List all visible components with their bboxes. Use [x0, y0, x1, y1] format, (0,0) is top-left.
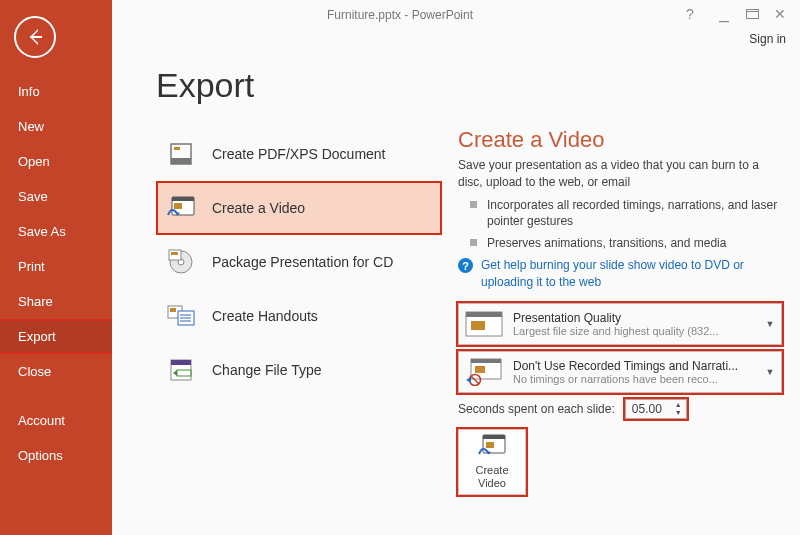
export-options-list: Create PDF/XPS Document Create a Video P… — [156, 127, 442, 495]
window-title: Furniture.pptx - PowerPoint — [327, 8, 473, 22]
backstage-sidebar: Info New Open Save Save As Print Share E… — [0, 0, 112, 535]
chevron-down-icon: ▼ — [765, 319, 775, 329]
bullet-row: Incorporates all recorded timings, narra… — [458, 197, 782, 229]
spinner-arrows-icon: ▲▼ — [675, 400, 685, 418]
close-icon[interactable]: ✕ — [770, 6, 790, 22]
sign-in-link[interactable]: Sign in — [749, 32, 786, 46]
option-label: Create a Video — [212, 200, 305, 216]
timings-title: Don't Use Recorded Timings and Narrati..… — [513, 359, 765, 373]
svg-rect-15 — [170, 308, 176, 312]
sidebar-item-save[interactable]: Save — [0, 179, 112, 214]
svg-rect-21 — [171, 360, 191, 365]
sidebar-item-new[interactable]: New — [0, 109, 112, 144]
option-label: Create PDF/XPS Document — [212, 146, 386, 162]
sidebar-item-info[interactable]: Info — [0, 74, 112, 109]
option-label: Package Presentation for CD — [212, 254, 393, 270]
option-create-pdf-xps[interactable]: Create PDF/XPS Document — [156, 127, 442, 181]
bullet-row: Preserves animations, transitions, and m… — [458, 235, 782, 251]
restore-icon[interactable] — [742, 6, 762, 22]
option-create-handouts[interactable]: Create Handouts — [156, 289, 442, 343]
quality-subtitle: Largest file size and highest quality (8… — [513, 325, 765, 337]
svg-rect-25 — [466, 312, 502, 317]
help-icon[interactable]: ? — [680, 6, 700, 22]
timings-thumb-icon — [465, 358, 503, 386]
quality-thumb-icon — [465, 310, 503, 338]
timings-selector[interactable]: Don't Use Recorded Timings and Narrati..… — [458, 351, 782, 393]
bullet-icon — [470, 239, 477, 246]
option-label: Change File Type — [212, 362, 321, 378]
timings-subtitle: No timings or narrations have been reco.… — [513, 373, 765, 385]
chevron-down-icon: ▼ — [765, 367, 775, 377]
svg-rect-35 — [486, 442, 494, 448]
svg-marker-32 — [466, 377, 471, 383]
seconds-label: Seconds spent on each slide: — [458, 402, 615, 416]
help-link-row[interactable]: ? Get help burning your slide show video… — [458, 257, 782, 291]
sidebar-item-save-as[interactable]: Save As — [0, 214, 112, 249]
sidebar-item-open[interactable]: Open — [0, 144, 112, 179]
svg-rect-4 — [171, 158, 191, 164]
bullet-icon — [470, 201, 477, 208]
sidebar-item-print[interactable]: Print — [0, 249, 112, 284]
option-label: Create Handouts — [212, 308, 318, 324]
sidebar-item-export[interactable]: Export — [0, 319, 112, 354]
create-video-icon — [477, 434, 507, 462]
svg-rect-7 — [172, 197, 194, 201]
option-create-video[interactable]: Create a Video — [156, 181, 442, 235]
svg-rect-34 — [483, 435, 505, 439]
seconds-value: 05.00 — [632, 402, 662, 416]
svg-rect-13 — [171, 252, 178, 255]
svg-rect-8 — [174, 203, 182, 209]
svg-rect-0 — [746, 10, 758, 19]
quality-title: Presentation Quality — [513, 311, 765, 325]
filetype-icon — [166, 355, 196, 385]
svg-rect-28 — [471, 359, 501, 363]
svg-rect-29 — [475, 366, 485, 373]
details-heading: Create a Video — [458, 127, 782, 153]
help-info-icon: ? — [458, 258, 473, 273]
seconds-spinner[interactable]: 05.00 ▲▼ — [625, 399, 687, 419]
pdf-xps-icon — [166, 139, 196, 169]
help-link-text: Get help burning your slide show video t… — [481, 257, 782, 291]
sidebar-item-options[interactable]: Options — [0, 438, 112, 473]
sidebar-item-close[interactable]: Close — [0, 354, 112, 389]
create-video-button[interactable]: CreateVideo — [458, 429, 526, 495]
cd-icon — [166, 247, 196, 277]
video-icon — [166, 193, 196, 223]
page-title: Export — [156, 66, 800, 105]
svg-rect-26 — [471, 321, 485, 330]
sidebar-item-account[interactable]: Account — [0, 403, 112, 438]
option-change-file-type[interactable]: Change File Type — [156, 343, 442, 397]
option-package-cd[interactable]: Package Presentation for CD — [156, 235, 442, 289]
sidebar-item-share[interactable]: Share — [0, 284, 112, 319]
quality-selector[interactable]: Presentation Quality Largest file size a… — [458, 303, 782, 345]
handouts-icon — [166, 301, 196, 331]
details-description: Save your presentation as a video that y… — [458, 157, 782, 191]
minimize-icon[interactable]: – — [714, 10, 734, 31]
svg-rect-5 — [174, 147, 180, 150]
